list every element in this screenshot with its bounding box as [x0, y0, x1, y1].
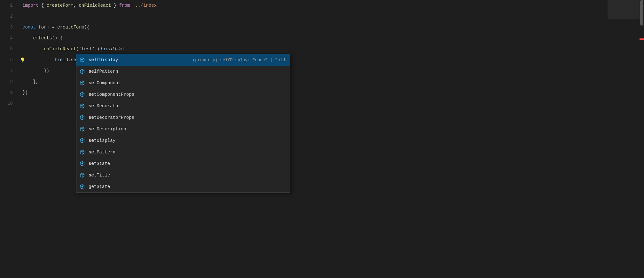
token: ({ [84, 25, 90, 30]
autocomplete-item[interactable]: setComponent [76, 77, 290, 89]
token: }) [22, 90, 28, 95]
autocomplete-item-label: setTitle [89, 173, 287, 178]
autocomplete-item-label: setDecorator [89, 103, 287, 109]
token [130, 3, 132, 8]
line-number: 4 [0, 36, 19, 41]
line-number: 5 [0, 46, 19, 52]
token: field [100, 46, 114, 52]
autocomplete-item-label: selfPattern [89, 69, 287, 74]
autocomplete-item-label: getState [89, 184, 287, 189]
token: from [119, 3, 130, 8]
autocomplete-item-icon [79, 126, 85, 132]
autocomplete-item-label: setState [89, 161, 287, 166]
line-content: onFieldReact('test',(field)=>{ [19, 44, 644, 54]
autocomplete-item-label: setComponentProps [89, 92, 287, 97]
line-number: 1 [0, 3, 19, 8]
token: effects [22, 36, 52, 41]
scrollbar-current-line [640, 38, 644, 40]
autocomplete-item-label: setDescription [89, 127, 287, 132]
code-line-4: 4 effects() { [0, 33, 644, 44]
minimap [608, 0, 640, 19]
autocomplete-item[interactable]: selfPattern [76, 66, 290, 77]
token: .se [68, 57, 76, 62]
line-number: 2 [0, 14, 19, 19]
autocomplete-item-icon [79, 80, 85, 86]
autocomplete-item-label: setPattern [89, 150, 287, 155]
autocomplete-dropdown[interactable]: selfDisplay(property) selfDisplay: "none… [76, 54, 290, 193]
token: import [22, 3, 38, 8]
token: )=>{ [114, 46, 125, 52]
token: }, [22, 79, 38, 84]
autocomplete-item[interactable]: getState [76, 181, 290, 192]
token: () { [52, 36, 63, 41]
token: { [38, 3, 46, 8]
line-number: 8 [0, 79, 19, 84]
token: form = [36, 25, 57, 30]
line-number: 7 [0, 68, 19, 73]
code-line-1: 1import { createForm, onFieldReact } fro… [0, 0, 644, 11]
code-line-2: 2 [0, 11, 644, 22]
autocomplete-item-icon [79, 57, 85, 63]
autocomplete-item-icon [79, 149, 85, 155]
scrollbar[interactable] [640, 0, 644, 278]
line-content: effects() { [19, 33, 644, 44]
autocomplete-item-icon [79, 172, 85, 178]
autocomplete-item-detail: (property) selfDisplay: "none" | "hid… [193, 58, 287, 62]
line-number: 9 [0, 90, 19, 95]
autocomplete-item[interactable]: setDisplay [76, 135, 290, 146]
autocomplete-item[interactable]: setPattern [76, 146, 290, 158]
autocomplete-item-icon [79, 103, 85, 109]
token: onFieldReact [79, 3, 111, 8]
line-number: 6 [0, 57, 19, 62]
autocomplete-item-icon [79, 160, 85, 167]
lightbulb-icon[interactable]: 💡 [20, 57, 25, 63]
token: }) [22, 68, 49, 73]
token: , [74, 3, 79, 8]
autocomplete-item[interactable]: setTitle [76, 169, 290, 181]
autocomplete-item[interactable]: setDescription [76, 123, 290, 135]
autocomplete-item[interactable]: setState [76, 158, 290, 169]
autocomplete-item-label: setDisplay [89, 138, 287, 143]
line-number: 10 [0, 101, 19, 106]
code-line-5: 5 onFieldReact('test',(field)=>{ [0, 44, 644, 54]
token: field [22, 57, 68, 62]
token: createForm [47, 3, 74, 8]
autocomplete-item-icon [79, 91, 85, 98]
token: const [22, 25, 36, 30]
autocomplete-item[interactable]: selfDisplay(property) selfDisplay: "none… [76, 54, 290, 66]
line-content: const form = createForm({ [19, 22, 644, 33]
code-line-3: 3const form = createForm({ [0, 22, 644, 33]
token: } [111, 3, 119, 8]
autocomplete-item-label: setComponent [89, 80, 287, 86]
autocomplete-item-icon [79, 114, 85, 121]
autocomplete-item-icon [79, 137, 85, 144]
token: ('test',( [76, 46, 100, 52]
token: onFieldReact [22, 46, 76, 52]
autocomplete-item-icon [79, 184, 85, 190]
autocomplete-item[interactable]: setComponentProps [76, 89, 290, 100]
autocomplete-item[interactable]: setDecorator [76, 100, 290, 112]
scrollbar-thumb[interactable] [640, 0, 643, 26]
autocomplete-item[interactable]: setDecoratorProps [76, 112, 290, 123]
token: '../index' [133, 3, 160, 8]
autocomplete-item-label: setDecoratorProps [89, 115, 287, 120]
autocomplete-item-icon [79, 68, 85, 75]
editor-container: 1import { createForm, onFieldReact } fro… [0, 0, 644, 278]
autocomplete-item-label: selfDisplay [89, 57, 190, 62]
line-content: import { createForm, onFieldReact } from… [19, 0, 644, 11]
line-number: 3 [0, 25, 19, 30]
token: createForm [57, 25, 84, 30]
